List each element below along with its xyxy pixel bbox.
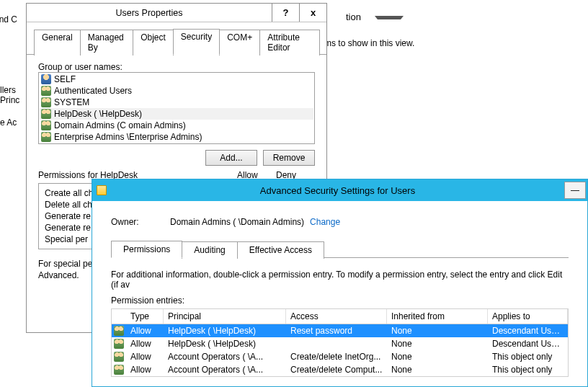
remove-button[interactable]: Remove xyxy=(263,150,315,166)
cell-principal: Account Operators ( \A... xyxy=(164,351,286,362)
adv-tabstrip: PermissionsAuditingEffective Access xyxy=(111,240,569,258)
adv-tab-auditing[interactable]: Auditing xyxy=(182,241,237,259)
permissions-grid[interactable]: Type Principal Access Inherited from App… xyxy=(111,308,569,377)
group-icon xyxy=(41,86,51,96)
group-user-listbox[interactable]: SELFAuthenticated UsersSYSTEMHelpDesk ( … xyxy=(38,72,315,144)
cell-principal: Account Operators ( \A... xyxy=(164,364,286,375)
grid-header[interactable]: Type Principal Access Inherited from App… xyxy=(112,309,568,324)
cell-type: Allow xyxy=(126,325,164,337)
dialog-tab-security[interactable]: Security xyxy=(173,29,220,55)
principal-name: Enterprise Admins \Enterprise Admins) xyxy=(54,132,202,142)
cell-inherited: None xyxy=(387,325,488,337)
cell-inherited: None xyxy=(387,351,488,362)
col-type-header[interactable]: Type xyxy=(126,309,164,324)
principal-list-item[interactable]: Domain Admins (C omain Admins) xyxy=(40,120,313,131)
change-owner-link[interactable]: Change xyxy=(310,217,340,227)
user-icon xyxy=(41,74,51,84)
adv-tab-effective-access[interactable]: Effective Access xyxy=(237,241,324,259)
group-icon xyxy=(41,109,51,119)
principal-list-item[interactable]: SELF xyxy=(40,74,313,85)
adv-titlebar[interactable]: Advanced Security Settings for Users — xyxy=(92,179,587,201)
background-cut-text: Princ xyxy=(0,95,19,105)
background-dropdown-remnant: tion xyxy=(346,12,404,22)
principal-list-item[interactable]: SYSTEM xyxy=(40,97,313,108)
group-icon xyxy=(41,132,51,142)
close-button[interactable]: x xyxy=(299,4,326,22)
group-icon xyxy=(114,365,124,375)
background-cut-text: e Ac xyxy=(0,117,17,128)
cell-access: Create/delete InetOrg... xyxy=(286,351,387,362)
adv-tab-permissions[interactable]: Permissions xyxy=(111,241,182,258)
add-button[interactable]: Add... xyxy=(205,150,257,166)
cell-principal: HelpDesk ( \HelpDesk) xyxy=(164,325,286,337)
adv-help-text: For additional information, double-click… xyxy=(111,270,569,290)
cell-access: Reset password xyxy=(286,325,387,337)
group-icon xyxy=(112,325,126,337)
owner-value: Domain Admins ( \Domain Admins) xyxy=(170,217,304,227)
background-text: and C xyxy=(0,14,17,25)
cell-applies: Descendant User objects xyxy=(488,325,568,337)
cell-type: Allow xyxy=(126,364,164,375)
dialog-tab-managed-by[interactable]: Managed By xyxy=(80,30,133,55)
group-names-label: Group or user names: xyxy=(38,62,315,72)
principal-name: SELF xyxy=(54,74,76,84)
owner-label: Owner: xyxy=(111,217,164,227)
cell-inherited: None xyxy=(387,338,488,350)
principal-name: Domain Admins (C omain Admins) xyxy=(54,120,186,130)
permission-entry-row[interactable]: AllowHelpDesk ( \HelpDesk)Reset password… xyxy=(112,324,568,337)
principal-name: Authenticated Users xyxy=(54,86,132,96)
group-icon xyxy=(114,326,124,336)
permission-entries-label: Permission entries: xyxy=(111,295,569,306)
cell-applies: This object only xyxy=(488,351,568,362)
help-button[interactable]: ? xyxy=(272,4,299,22)
group-icon xyxy=(41,120,51,130)
cell-type: Allow xyxy=(126,338,164,350)
principal-name: HelpDesk ( \HelpDesk) xyxy=(54,109,142,119)
permission-entry-row[interactable]: AllowAccount Operators ( \A...Create/del… xyxy=(112,363,568,376)
cell-applies: Descendant User objects xyxy=(488,338,568,350)
cell-type: Allow xyxy=(126,351,164,362)
cell-access xyxy=(286,343,387,344)
col-principal-header[interactable]: Principal xyxy=(164,309,286,324)
adv-title: Advanced Security Settings for Users xyxy=(111,185,564,196)
dialog-tab-general[interactable]: General xyxy=(34,30,81,55)
dialog-title: Users Properties xyxy=(27,4,272,22)
cell-principal: HelpDesk ( \HelpDesk) xyxy=(164,338,286,350)
dialog-titlebar[interactable]: Users Properties ? x xyxy=(27,4,326,22)
col-inherited-header[interactable]: Inherited from xyxy=(387,309,488,324)
permission-entry-row[interactable]: AllowAccount Operators ( \A...Create/del… xyxy=(112,350,568,363)
background-empty-view-text: ms to show in this view. xyxy=(324,38,414,48)
chevron-down-icon xyxy=(375,16,404,19)
cell-access: Create/delete Comput... xyxy=(286,364,387,375)
dialog-tab-attribute-editor[interactable]: Attribute Editor xyxy=(259,30,320,55)
background-cut-text: llers xyxy=(0,85,16,95)
folder-icon xyxy=(97,185,107,195)
advanced-security-window: Advanced Security Settings for Users — O… xyxy=(92,179,588,387)
cell-applies: This object only xyxy=(488,364,568,375)
minimize-button[interactable]: — xyxy=(564,182,586,199)
col-applies-header[interactable]: Applies to xyxy=(488,309,568,324)
principal-list-item[interactable]: Authenticated Users xyxy=(40,85,313,97)
principal-list-item[interactable]: HelpDesk ( \HelpDesk) xyxy=(40,108,313,120)
dialog-tab-object[interactable]: Object xyxy=(133,30,174,55)
group-icon xyxy=(112,351,126,362)
principal-name: SYSTEM xyxy=(54,97,89,107)
group-icon xyxy=(112,338,126,350)
col-access-header[interactable]: Access xyxy=(286,309,387,324)
group-icon xyxy=(41,97,51,107)
permission-entry-row[interactable]: AllowHelpDesk ( \HelpDesk)NoneDescendant… xyxy=(112,337,568,350)
group-icon xyxy=(114,352,124,362)
principal-list-item[interactable]: Enterprise Admins \Enterprise Admins) xyxy=(40,131,313,143)
group-icon xyxy=(112,364,126,375)
dialog-tabstrip: GeneralManaged ByObjectSecurityCOM+Attri… xyxy=(27,22,326,55)
cell-inherited: None xyxy=(387,364,488,375)
group-icon xyxy=(114,339,124,349)
dialog-tab-com-[interactable]: COM+ xyxy=(219,30,260,55)
